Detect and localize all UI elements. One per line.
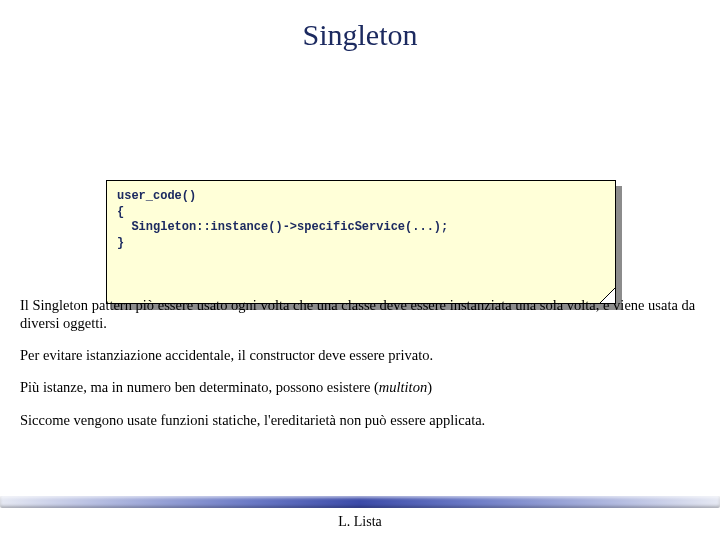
paragraph: Per evitare istanziazione accidentale, i…	[20, 346, 700, 364]
code-line: }	[117, 236, 124, 250]
paragraph: Più istanze, ma in numero ben determinat…	[20, 378, 700, 396]
text-run: Più istanze, ma in numero ben determinat…	[20, 379, 379, 395]
code-line: user_code()	[117, 189, 196, 203]
code-note: user_code() { Singleton::instance()->spe…	[106, 180, 616, 304]
code-line: Singleton::instance()->specificService(.…	[117, 220, 448, 234]
body-text: Il Singleton pattern piò essere usato og…	[20, 296, 700, 443]
code-line: {	[117, 205, 124, 219]
text-run-italic: multiton	[379, 379, 427, 395]
slide-title: Singleton	[26, 18, 694, 52]
footer-divider	[0, 496, 720, 508]
text-run: )	[427, 379, 432, 395]
slide: Singleton user_code() { Singleton::insta…	[0, 0, 720, 540]
paragraph: Il Singleton pattern piò essere usato og…	[20, 296, 700, 332]
code-block: user_code() { Singleton::instance()->spe…	[106, 180, 616, 304]
paragraph: Siccome vengono usate funzioni statiche,…	[20, 411, 700, 429]
footer-author: L. Lista	[0, 514, 720, 530]
